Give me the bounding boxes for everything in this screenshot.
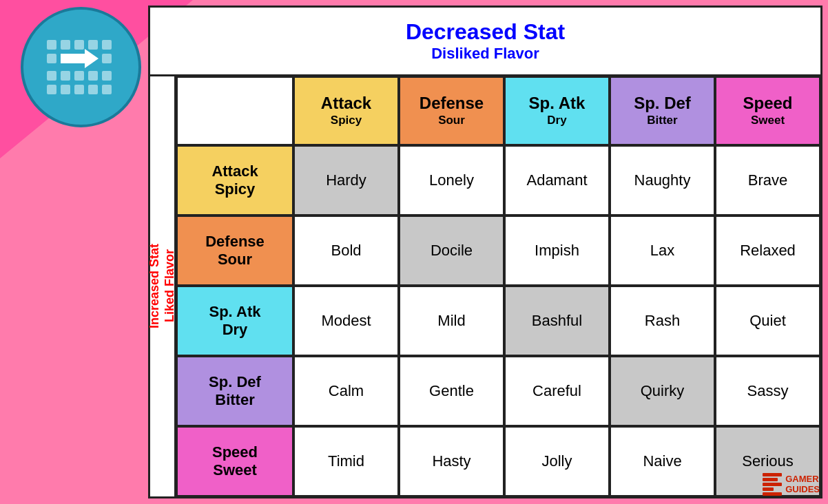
svg-rect-4 xyxy=(102,40,112,50)
row-header-4: SpeedSweet xyxy=(176,426,293,496)
cell-1-3: Lax xyxy=(610,216,715,286)
col-header-0: AttackSpicy xyxy=(293,76,399,145)
cell-3-3: Quirky xyxy=(610,356,715,426)
svg-rect-0 xyxy=(47,40,56,50)
gg-bar1 xyxy=(763,473,782,476)
svg-rect-5 xyxy=(47,54,56,63)
row-header-1: DefenseSour xyxy=(176,216,293,286)
cell-2-2: Bashful xyxy=(504,286,610,356)
cell-2-1: Mild xyxy=(399,286,504,356)
cell-2-4: Quiet xyxy=(715,286,820,356)
cell-3-4: Sassy xyxy=(715,356,820,426)
top-header: Decreased Stat Disliked Flavor xyxy=(150,8,820,76)
col-header-1: DefenseSour xyxy=(399,76,504,145)
svg-rect-3 xyxy=(88,40,98,50)
cell-1-1: Docile xyxy=(399,216,504,286)
cell-0-3: Naughty xyxy=(610,145,715,216)
gamer-label: GAMER xyxy=(785,474,820,484)
cell-0-1: Lonely xyxy=(399,145,504,216)
cell-3-1: Gentle xyxy=(399,356,504,426)
guides-label: GUIDES xyxy=(785,485,820,494)
nature-grid: AttackSpicyDefenseSourSp. AtkDrySp. DefB… xyxy=(176,76,820,496)
logo-svg xyxy=(40,36,123,98)
increased-stat-label: Increased Stat Liked Flavor xyxy=(147,244,177,328)
col-header-4: SpeedSweet xyxy=(715,76,820,145)
content-area: Increased Stat Liked Flavor AttackSpicyD… xyxy=(150,76,820,496)
svg-rect-7 xyxy=(102,54,112,63)
gg-text: GAMER GUIDES xyxy=(785,474,820,494)
gg-icon xyxy=(763,473,782,496)
svg-rect-15 xyxy=(74,85,84,94)
row-header-3: Sp. DefBitter xyxy=(176,356,293,426)
svg-rect-11 xyxy=(88,71,98,81)
cell-1-4: Relaxed xyxy=(715,216,820,286)
gg-bar4 xyxy=(763,487,774,491)
svg-rect-9 xyxy=(61,71,70,81)
gg-bar2 xyxy=(763,478,778,481)
svg-rect-10 xyxy=(74,71,84,81)
cell-0-2: Adamant xyxy=(504,145,610,216)
svg-rect-14 xyxy=(61,85,70,94)
cell-4-0: Timid xyxy=(293,426,399,496)
svg-rect-12 xyxy=(102,71,112,81)
cell-4-3: Naive xyxy=(610,426,715,496)
col-header-3: Sp. DefBitter xyxy=(610,76,715,145)
left-label: Increased Stat Liked Flavor xyxy=(150,76,176,496)
svg-rect-17 xyxy=(102,85,112,94)
corner-cell xyxy=(176,76,293,145)
gamer-guides-logo: GAMER GUIDES xyxy=(763,473,820,496)
row-header-0: AttackSpicy xyxy=(176,145,293,216)
cell-1-2: Impish xyxy=(504,216,610,286)
svg-rect-16 xyxy=(88,85,98,94)
gg-bar5 xyxy=(763,492,782,496)
cell-2-0: Modest xyxy=(293,286,399,356)
disliked-flavor-label: Disliked Flavor xyxy=(431,45,539,63)
cell-3-0: Calm xyxy=(293,356,399,426)
cell-1-0: Bold xyxy=(293,216,399,286)
cell-2-3: Rash xyxy=(610,286,715,356)
cell-4-1: Hasty xyxy=(399,426,504,496)
gg-bar3 xyxy=(763,483,782,486)
svg-rect-13 xyxy=(47,85,56,94)
svg-rect-8 xyxy=(47,71,56,81)
logo-circle xyxy=(21,7,141,127)
svg-rect-2 xyxy=(74,40,84,50)
cell-0-0: Hardy xyxy=(293,145,399,216)
row-header-2: Sp. AtkDry xyxy=(176,286,293,356)
svg-rect-1 xyxy=(61,40,70,50)
cell-0-4: Brave xyxy=(715,145,820,216)
main-table-container: Decreased Stat Disliked Flavor Increased… xyxy=(148,6,822,498)
decreased-stat-label: Decreased Stat xyxy=(406,19,565,45)
col-header-2: Sp. AtkDry xyxy=(504,76,610,145)
cell-3-2: Careful xyxy=(504,356,610,426)
cell-4-2: Jolly xyxy=(504,426,610,496)
outer-border: Decreased Stat Disliked Flavor Increased… xyxy=(148,6,822,498)
svg-marker-6 xyxy=(61,49,99,68)
